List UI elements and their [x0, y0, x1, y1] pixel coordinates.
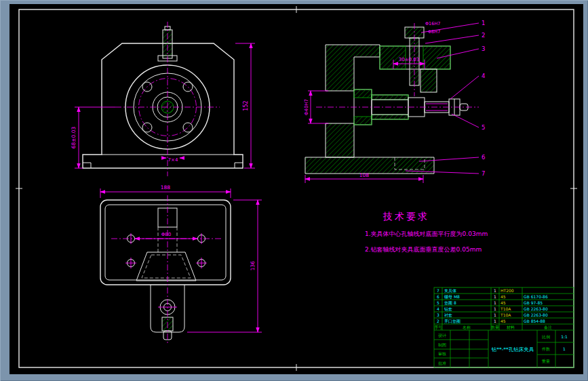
- dim-plan-width: 188: [161, 184, 171, 190]
- balloon-4: 4: [482, 73, 485, 79]
- part-material: HT200: [501, 288, 514, 293]
- plan-outline: [100, 200, 231, 285]
- drawing-canvas: 152 68±0.03 7×4: [9, 4, 583, 374]
- part-no: 2: [437, 319, 439, 323]
- part-material: 45: [501, 300, 506, 305]
- dim-slot: 7×4: [168, 157, 178, 163]
- header-material: 材料: [506, 325, 515, 330]
- bolt-hole: [183, 123, 193, 132]
- header-name: 名称: [463, 325, 471, 330]
- part-no: 5: [437, 300, 439, 305]
- tech-req-item-1: 1.夹具体中心孔轴线对底面平行度为0.03mm: [365, 230, 488, 237]
- part-qty: 1: [494, 300, 496, 305]
- part-no: 7: [437, 288, 439, 293]
- cad-viewer-window: 152 68±0.03 7×4: [0, 0, 588, 381]
- sign-design: 设计: [438, 333, 446, 338]
- sheet-frame: [16, 6, 577, 371]
- signature-rows: 设计 制图 审核 批准: [438, 333, 446, 366]
- part-material: T10A: [500, 313, 511, 317]
- part-name: 衬套: [444, 313, 452, 318]
- taper-boss: [136, 252, 196, 281]
- title-block: 7 夹具体 1 HT200 6 螺母 M8 1 45 GB 6170-86 5 …: [434, 287, 574, 367]
- balloon-6: 6: [482, 154, 485, 161]
- part-standard: GB 2263-80: [524, 306, 548, 311]
- sign-draw: 制图: [438, 342, 446, 348]
- wall-lower-section: [326, 123, 354, 157]
- label-bushing-od: Φ16H7: [425, 21, 440, 26]
- bolt-hole: [183, 82, 193, 92]
- qty-label: 件数: [542, 346, 550, 351]
- scale-label: 比例: [542, 334, 550, 340]
- plan-view: [100, 195, 231, 343]
- part-qty: 1: [494, 306, 496, 311]
- part-name: 螺母 M8: [444, 294, 460, 300]
- wall-upper-section: [326, 45, 380, 91]
- part-name: 夹具体: [444, 288, 456, 294]
- part-no: 6: [437, 294, 439, 299]
- bolt-hole: [142, 123, 152, 132]
- header-remark: 备注: [544, 325, 552, 330]
- header-no: 序号: [434, 325, 442, 329]
- dim-hole-spacing: Φ80: [161, 232, 171, 237]
- side-section-view: [305, 23, 479, 174]
- part-standard: GB 2263-80: [524, 313, 548, 317]
- balloon-7: 7: [482, 170, 485, 177]
- technical-requirements: 技术要求 1.夹具体中心孔轴线对底面平行度为0.03mm 2.钻套轴线对夹具底面…: [365, 211, 488, 253]
- part-material: 45: [501, 294, 506, 299]
- dim-plan-length: 136: [250, 261, 256, 271]
- part-no: 3: [437, 313, 439, 317]
- part-standard: GB 6170-86: [524, 294, 548, 299]
- dim-bore: Φ40H7: [304, 99, 309, 115]
- weight-label: 重量: [541, 359, 550, 363]
- part-qty: 1: [494, 294, 496, 299]
- part-qty: 1: [494, 313, 496, 317]
- qty-value: 1: [563, 346, 566, 351]
- balloon-3: 3: [482, 45, 485, 52]
- dim-30: 30±0.03: [399, 57, 419, 62]
- balloon-5: 5: [482, 124, 485, 131]
- tech-req-item-2: 2.钻套轴线对夹具底面垂直度公差0.05mm: [365, 246, 482, 253]
- dim-108: 108: [359, 172, 370, 178]
- drawing-title: 钻**-**孔钻床夹具: [491, 346, 534, 353]
- part-qty: 1: [494, 319, 496, 323]
- part-name: 开口垫圈: [444, 319, 460, 324]
- drill-bushing: [420, 69, 437, 92]
- balloon-2: 2: [482, 32, 485, 39]
- header-qty: 数量: [491, 325, 499, 329]
- part-standard: GB 97-85: [524, 300, 543, 305]
- part-no: 4: [437, 306, 439, 311]
- part-material: 45: [501, 319, 506, 323]
- scale-value: 1:1: [561, 334, 568, 339]
- part-name: 垫圈 8: [444, 300, 456, 306]
- part-qty: 1: [494, 288, 496, 293]
- part-standard: GB 854-88: [524, 319, 545, 323]
- dim-height-152: 152: [243, 100, 249, 111]
- front-view: [83, 22, 243, 176]
- sign-check: 审核: [438, 351, 446, 356]
- plan-view-dimensions: 188 136 Φ80: [100, 184, 262, 332]
- dim-center-height: 68±0.03: [71, 127, 77, 149]
- cad-drawing: 152 68±0.03 7×4: [9, 4, 583, 374]
- balloon-1: 1: [482, 20, 485, 26]
- part-name: 钻套: [444, 306, 452, 312]
- part-material: T10A: [500, 306, 511, 311]
- tech-req-title: 技术要求: [383, 211, 429, 222]
- sign-approve: 批准: [438, 361, 446, 366]
